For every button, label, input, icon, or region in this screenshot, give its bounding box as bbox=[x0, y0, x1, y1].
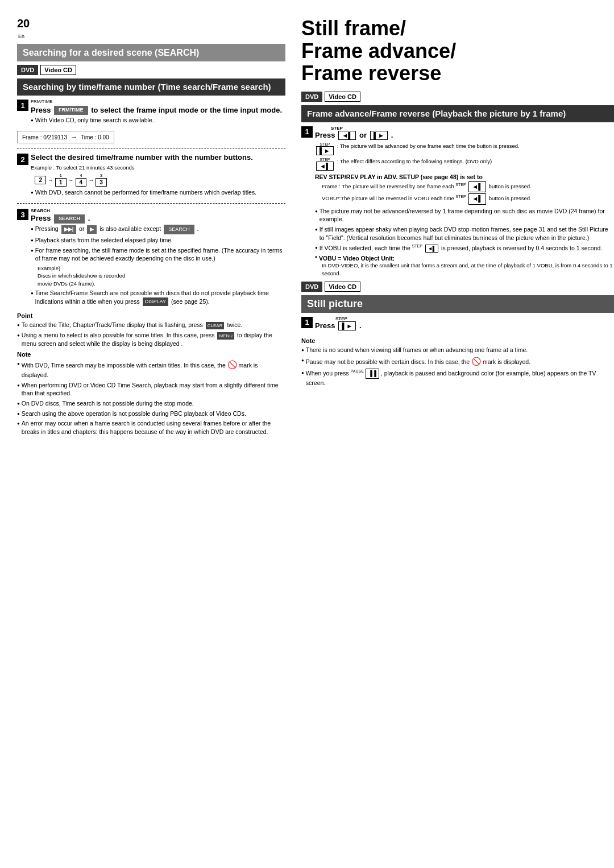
still-note3: When you press PAUSE ▐▐ , playback is pa… bbox=[301, 369, 614, 387]
frame-desc: Frame : The picture will be reversed by … bbox=[315, 181, 614, 192]
page-container: 20 En Searching for a desired scene (SEA… bbox=[0, 0, 614, 868]
frm-time-button[interactable]: FRM/TIME bbox=[54, 106, 88, 115]
step2-number: 2 bbox=[17, 154, 28, 165]
step1-content: FRM/TIME Press FRM/TIME to select the fr… bbox=[31, 99, 285, 126]
page-number: 20 bbox=[17, 17, 285, 30]
vobu-btn-label: STEP bbox=[455, 195, 466, 199]
step3-block: 3 SEARCH Press SEARCH . Pressing ▶▶| or … bbox=[17, 208, 285, 308]
dvd-label-right: DVD bbox=[301, 92, 322, 102]
fwd-desc-text: : The picture will be advanced by one fr… bbox=[337, 142, 520, 150]
step2-bullets: With DVD, search cannot be performed for… bbox=[31, 188, 285, 197]
arrow-right: → bbox=[70, 133, 77, 141]
next-button[interactable]: ▶▶| bbox=[61, 225, 77, 234]
vcd-label-right: Video CD bbox=[325, 92, 360, 102]
left-column: 20 En Searching for a desired scene (SEA… bbox=[17, 17, 296, 851]
note4: Search using the above operation is not … bbox=[17, 410, 285, 418]
step1-bullets: With Video CD, only time search is avail… bbox=[31, 116, 285, 125]
vobu-desc: VOBU*:The picture will be reversed in VO… bbox=[315, 193, 614, 204]
step3-content: SEARCH Press SEARCH . Pressing ▶▶| or ▶ … bbox=[31, 208, 285, 308]
right-step1-number: 1 bbox=[301, 126, 313, 138]
display-button[interactable]: DISPLAY bbox=[143, 297, 168, 306]
time-label: Time : 0.00 bbox=[81, 134, 109, 140]
step-fwd-desc-btn[interactable]: ▌► bbox=[316, 146, 334, 155]
search-label-above: SEARCH bbox=[31, 208, 285, 214]
step2-bullet1: With DVD, search cannot be performed for… bbox=[31, 188, 285, 197]
vcd-label-still: Video CD bbox=[325, 282, 360, 292]
step1-block: 1 FRM/TIME Press FRM/TIME to select the … bbox=[17, 99, 285, 126]
pause-label-above: PAUSE bbox=[351, 369, 364, 373]
no-symbol-right: 🚫 bbox=[471, 357, 481, 366]
point1: To cancel the Title, Chapter/Track/Time … bbox=[17, 321, 285, 329]
note5: An error may occur when a frame search i… bbox=[17, 419, 285, 436]
right-bullet2: If still images appear shaky when playin… bbox=[315, 225, 614, 242]
still-step1-number: 1 bbox=[301, 317, 313, 328]
note-heading: Note bbox=[17, 351, 285, 358]
step2-example-label: Example : To select 21 minutes 43 second… bbox=[31, 164, 285, 171]
dvd-label-still: DVD bbox=[301, 282, 322, 292]
left-main-header: Searching for a desired scene (SEARCH) bbox=[17, 44, 285, 61]
frame-section-header: Frame advance/Frame reverse (Playback th… bbox=[301, 105, 614, 122]
step3-bullets2: Time Search/Frame Search are not possibl… bbox=[31, 289, 285, 306]
step-rev-label: STEP bbox=[320, 158, 330, 162]
left-sub-header: Searching by time/frame number (Time sea… bbox=[17, 78, 285, 96]
step3-bullet2: Playback starts from the selected elapse… bbox=[31, 236, 285, 245]
no-symbol-left: 🚫 bbox=[227, 360, 237, 369]
clear-button[interactable]: CLEAR bbox=[206, 322, 225, 329]
search-button[interactable]: SEARCH bbox=[54, 214, 85, 224]
note1: With DVD, Time search may be impossible … bbox=[17, 359, 285, 379]
b3-step-btn[interactable]: ◄▌ bbox=[425, 245, 438, 253]
dvd-badge-right: DVD Video CD bbox=[301, 92, 614, 102]
search-button-ref[interactable]: SEARCH bbox=[164, 225, 194, 234]
num-btn-3[interactable]: 3 bbox=[96, 178, 107, 187]
right-step1-title: STEP Press ◄▌ or ▌► . bbox=[315, 126, 614, 140]
dvd-label: DVD bbox=[17, 65, 38, 75]
frame-step-btn[interactable]: ◄▌ bbox=[468, 181, 486, 192]
step-fwd-button[interactable]: ▌► bbox=[370, 131, 388, 140]
num-btn-4[interactable]: 4 bbox=[76, 178, 87, 187]
step-label-above: STEP bbox=[331, 126, 343, 131]
vcd-label: Video CD bbox=[40, 65, 76, 75]
step1-number: 1 bbox=[17, 100, 28, 111]
vobu-step-btn[interactable]: ◄▌ bbox=[468, 193, 486, 204]
num-btn-1[interactable]: 1 bbox=[55, 178, 67, 187]
dashed-sep1 bbox=[17, 148, 285, 148]
right-bullet3: If VOBU is selected, each time the STEP … bbox=[315, 243, 614, 253]
play-button[interactable]: ▶ bbox=[87, 225, 97, 234]
step-rev-button[interactable]: ◄▌ bbox=[338, 131, 356, 140]
fwd-desc-block: STEP ▌► : The picture will be advanced b… bbox=[315, 142, 614, 171]
still-note1: There is no sound when viewing still fra… bbox=[301, 346, 614, 354]
point-list: To cancel the Title, Chapter/Track/Time … bbox=[17, 321, 285, 348]
num-btn-2[interactable]: 2 bbox=[35, 176, 46, 184]
time-frame-display: Frame : 0/219113 → Time : 0.00 bbox=[17, 131, 114, 143]
step3-number: 3 bbox=[17, 209, 28, 220]
right-step1-bullets: The picture may not be advanced/reversed… bbox=[315, 207, 614, 253]
step3-bullets: Pressing ▶▶| or ▶ is also available exce… bbox=[31, 225, 285, 263]
step-rev-desc-btn[interactable]: ◄▌ bbox=[316, 162, 334, 171]
step1-title: FRM/TIME Press FRM/TIME to select the fr… bbox=[31, 99, 285, 115]
right-big-title: Still frame/ Frame advance/ Frame revers… bbox=[301, 17, 614, 85]
menu-button[interactable]: MENU bbox=[217, 332, 234, 340]
step2-block: 2 Select the desired time/frame number w… bbox=[17, 153, 285, 199]
still-note-list: There is no sound when viewing still fra… bbox=[301, 346, 614, 387]
right-bullet1: The picture may not be advanced/reversed… bbox=[315, 207, 614, 224]
right-step1-content: STEP Press ◄▌ or ▌► . STEP bbox=[315, 126, 614, 277]
dashed-sep2 bbox=[17, 203, 285, 204]
still-picture-section: DVD Video CD Still picture 1 STEP Press bbox=[301, 282, 614, 387]
note2: When performing DVD or Video CD Time Sea… bbox=[17, 381, 285, 398]
still-picture-header: Still picture bbox=[301, 295, 614, 313]
right-column: Still frame/ Frame advance/ Frame revers… bbox=[296, 17, 614, 851]
still-step-label: STEP bbox=[335, 316, 347, 321]
dvd-badge-still: DVD Video CD bbox=[301, 282, 614, 292]
still-step-fwd-button[interactable]: ▌► bbox=[338, 321, 356, 330]
point2: Using a menu to select is also possible … bbox=[17, 331, 285, 348]
step3-example: Example) Discs in which slideshow is rec… bbox=[31, 264, 285, 287]
step3-bullet4: Time Search/Frame Search are not possibl… bbox=[31, 289, 285, 306]
step3-title: SEARCH Press SEARCH . bbox=[31, 208, 285, 224]
still-note-heading: Note bbox=[301, 337, 614, 344]
right-step1-block: 1 STEP Press ◄▌ or ▌► . bbox=[301, 126, 614, 277]
b3-btn-label: STEP bbox=[412, 244, 422, 248]
pause-button[interactable]: ▐▐ bbox=[366, 369, 379, 379]
frame-label: Frame : 0/219113 bbox=[22, 134, 67, 140]
step-fwd-label: STEP bbox=[320, 142, 330, 146]
vobu-body: In DVD-VIDEO, it is the smallest unit th… bbox=[315, 262, 614, 277]
